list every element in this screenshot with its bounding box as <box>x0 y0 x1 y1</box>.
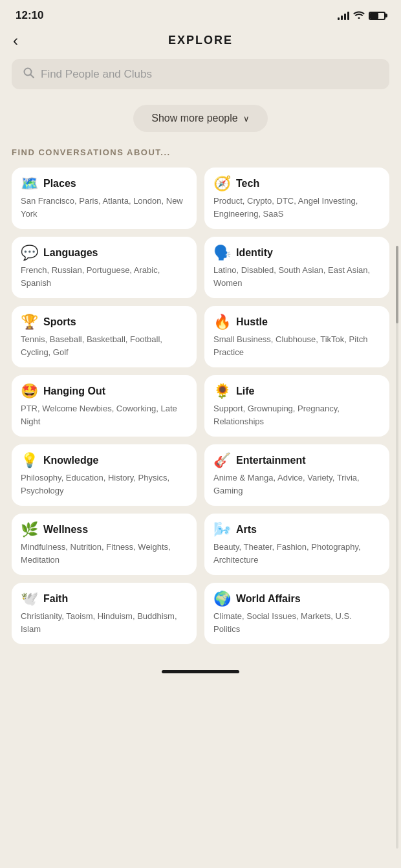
header: ‹ EXPLORE <box>0 27 401 56</box>
category-card-languages[interactable]: 💬LanguagesFrench, Russian, Portuguese, A… <box>12 237 197 298</box>
category-emoji-6: 🤩 <box>21 384 38 398</box>
home-indicator <box>0 664 401 677</box>
category-card-faith[interactable]: 🕊️FaithChristianity, Taoism, Hinduism, B… <box>12 583 197 644</box>
category-name-7: Life <box>236 385 254 397</box>
category-name-1: Tech <box>236 178 259 190</box>
wifi-icon <box>353 10 365 21</box>
category-card-life[interactable]: 🌻LifeSupport, Grownuping, Pregnancy, Rel… <box>204 375 389 437</box>
category-card-sports[interactable]: 🏆SportsTennis, Baseball, Basketball, Foo… <box>12 306 197 367</box>
category-tags-0: San Francisco, Paris, Atlanta, London, N… <box>21 195 188 220</box>
category-emoji-2: 💬 <box>21 246 38 260</box>
category-card-hanging-out[interactable]: 🤩Hanging OutPTR, Welcome Newbies, Cowork… <box>12 375 197 437</box>
show-more-container: Show more people ∨ <box>0 100 401 147</box>
page-title: EXPLORE <box>168 34 233 47</box>
signal-icon <box>338 11 349 20</box>
category-name-11: Arts <box>236 524 257 536</box>
category-card-knowledge[interactable]: 💡KnowledgePhilosophy, Education, History… <box>12 444 197 506</box>
category-emoji-10: 🌿 <box>21 523 38 537</box>
category-tags-6: PTR, Welcome Newbies, Coworking, Late Ni… <box>21 402 188 428</box>
category-emoji-3: 🗣️ <box>213 246 231 260</box>
status-bar: 12:10 <box>0 0 401 27</box>
category-emoji-5: 🔥 <box>213 315 231 329</box>
category-tags-7: Support, Grownuping, Pregnancy, Relation… <box>213 402 380 428</box>
category-name-4: Sports <box>43 316 76 328</box>
category-name-9: Entertainment <box>236 455 306 466</box>
category-tags-8: Philosophy, Education, History, Physics,… <box>21 472 188 497</box>
category-name-3: Identity <box>236 247 273 259</box>
category-name-10: Wellness <box>43 524 88 536</box>
search-container: Find People and Clubs <box>0 56 401 100</box>
svg-line-1 <box>31 75 34 78</box>
category-emoji-7: 🌻 <box>213 384 231 398</box>
show-more-button[interactable]: Show more people ∨ <box>133 105 267 132</box>
category-name-2: Languages <box>43 247 98 259</box>
chevron-down-icon: ∨ <box>243 114 250 124</box>
category-emoji-13: 🌍 <box>213 592 231 606</box>
category-name-12: Faith <box>43 593 68 605</box>
category-tags-2: French, Russian, Portuguese, Arabic, Spa… <box>21 264 188 289</box>
category-name-8: Knowledge <box>43 455 98 466</box>
scroll-thumb <box>396 246 398 323</box>
category-card-tech[interactable]: 🧭TechProduct, Crypto, DTC, Angel Investi… <box>204 168 389 229</box>
search-placeholder: Find People and Clubs <box>41 68 152 81</box>
category-tags-10: Mindfulness, Nutrition, Fitness, Weights… <box>21 541 188 566</box>
category-name-13: World Affairs <box>236 593 301 605</box>
category-card-places[interactable]: 🗺️PlacesSan Francisco, Paris, Atlanta, L… <box>12 168 197 229</box>
category-name-6: Hanging Out <box>43 385 105 397</box>
category-emoji-12: 🕊️ <box>21 592 38 606</box>
home-bar <box>162 670 239 673</box>
category-tags-12: Christianity, Taoism, Hinduism, Buddhism… <box>21 610 188 635</box>
section-title: FIND CONVERSATIONS ABOUT... <box>0 147 401 168</box>
category-emoji-1: 🧭 <box>213 177 231 191</box>
category-tags-5: Small Business, Clubhouse, TikTok, Pitch… <box>213 333 380 358</box>
back-button[interactable]: ‹ <box>13 33 18 49</box>
category-name-5: Hustle <box>236 316 268 328</box>
category-name-0: Places <box>43 178 76 190</box>
status-icons <box>338 10 385 21</box>
scroll-track <box>396 246 398 849</box>
categories-grid: 🗺️PlacesSan Francisco, Paris, Atlanta, L… <box>0 168 401 664</box>
category-card-wellness[interactable]: 🌿WellnessMindfulness, Nutrition, Fitness… <box>12 514 197 575</box>
category-emoji-0: 🗺️ <box>21 177 38 191</box>
search-bar[interactable]: Find People and Clubs <box>12 59 389 89</box>
category-card-hustle[interactable]: 🔥HustleSmall Business, Clubhouse, TikTok… <box>204 306 389 367</box>
category-card-identity[interactable]: 🗣️IdentityLatino, Disabled, South Asian,… <box>204 237 389 298</box>
category-emoji-9: 🎸 <box>213 453 231 468</box>
category-emoji-11: 🌬️ <box>213 523 231 537</box>
status-time: 12:10 <box>16 9 43 22</box>
category-tags-3: Latino, Disabled, South Asian, East Asia… <box>213 264 380 289</box>
category-card-entertainment[interactable]: 🎸EntertainmentAnime & Manga, Advice, Var… <box>204 444 389 506</box>
search-icon <box>23 67 34 81</box>
category-card-world-affairs[interactable]: 🌍World AffairsClimate, Social Issues, Ma… <box>204 583 389 644</box>
category-emoji-8: 💡 <box>21 453 38 468</box>
category-tags-1: Product, Crypto, DTC, Angel Investing, E… <box>213 195 380 220</box>
category-tags-9: Anime & Manga, Advice, Variety, Trivia, … <box>213 472 380 497</box>
battery-icon <box>369 12 385 20</box>
category-tags-13: Climate, Social Issues, Markets, U.S. Po… <box>213 610 380 635</box>
category-tags-11: Beauty, Theater, Fashion, Photography, A… <box>213 541 380 566</box>
show-more-label: Show more people <box>151 113 237 124</box>
category-emoji-4: 🏆 <box>21 315 38 329</box>
category-tags-4: Tennis, Baseball, Basketball, Football, … <box>21 333 188 358</box>
category-card-arts[interactable]: 🌬️ArtsBeauty, Theater, Fashion, Photogra… <box>204 514 389 575</box>
